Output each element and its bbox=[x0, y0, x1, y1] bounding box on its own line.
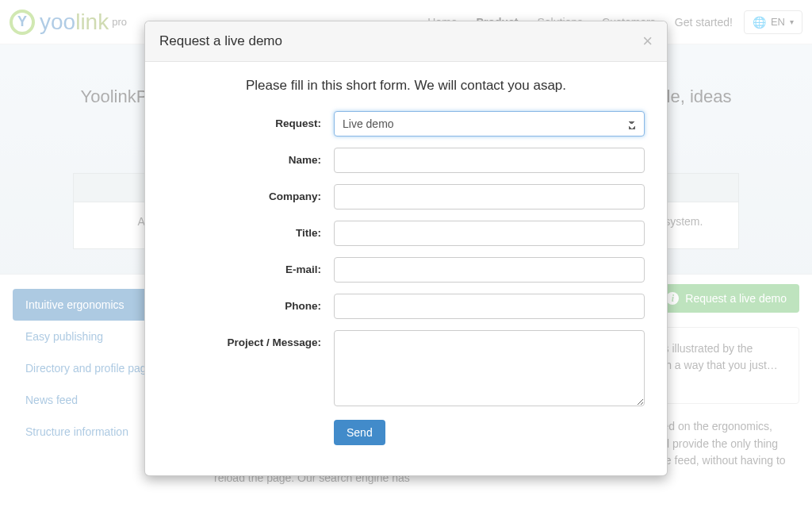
form-row-request: Request: Live demo bbox=[167, 111, 645, 136]
form-row-message: Project / Message: bbox=[167, 330, 645, 409]
request-demo-modal: Request a live demo × Please fill in thi… bbox=[144, 21, 668, 476]
form-row-phone: Phone: bbox=[167, 294, 645, 319]
send-button[interactable]: Send bbox=[334, 420, 385, 445]
form-row-email: E-mail: bbox=[167, 257, 645, 283]
request-select[interactable]: Live demo bbox=[334, 111, 645, 136]
label-company: Company: bbox=[167, 184, 334, 202]
label-title: Title: bbox=[167, 221, 334, 239]
form-row-name: Name: bbox=[167, 148, 645, 173]
label-email: E-mail: bbox=[167, 257, 334, 275]
form-row-submit: Send bbox=[167, 420, 645, 445]
modal-body: Please fill in this short form. We will … bbox=[145, 62, 667, 475]
label-message: Project / Message: bbox=[167, 330, 334, 348]
form-row-title: Title: bbox=[167, 221, 645, 246]
email-input[interactable] bbox=[334, 257, 645, 283]
title-input[interactable] bbox=[334, 221, 645, 246]
modal-title: Request a live demo bbox=[159, 33, 282, 49]
name-input[interactable] bbox=[334, 148, 645, 173]
message-textarea[interactable] bbox=[334, 330, 645, 406]
form-row-company: Company: bbox=[167, 184, 645, 210]
company-input[interactable] bbox=[334, 184, 645, 210]
modal-lead: Please fill in this short form. We will … bbox=[167, 78, 645, 94]
modal-header: Request a live demo × bbox=[145, 21, 667, 62]
label-name: Name: bbox=[167, 148, 334, 166]
label-phone: Phone: bbox=[167, 294, 334, 312]
close-icon[interactable]: × bbox=[642, 33, 653, 50]
label-request: Request: bbox=[167, 111, 334, 129]
phone-input[interactable] bbox=[334, 294, 645, 319]
